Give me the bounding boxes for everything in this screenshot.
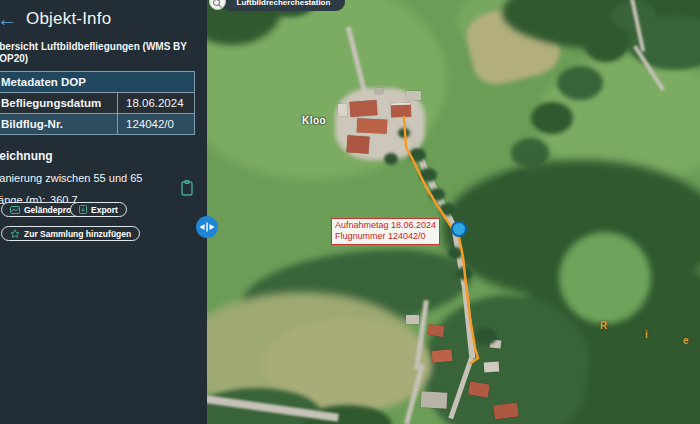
export-button[interactable]: Export (70, 202, 127, 217)
layer-subtitle-line1: Übersicht Luftbildbefliegungen (WMS BY (0, 41, 207, 53)
panel-resize-handle[interactable] (196, 216, 218, 238)
annotation-flight-number: Flugnummer 124042/0 (335, 231, 436, 242)
terrain-profile-icon (10, 206, 20, 214)
metadata-table: Metadaten DOP Befliegungsdatum 18.06.202… (0, 71, 195, 135)
layer-subtitle: Übersicht Luftbildbefliegungen (WMS BY D… (0, 41, 207, 65)
add-to-collection-button[interactable]: Zur Sammlung hinzufügen (1, 226, 140, 241)
table-row: Befliegungsdatum 18.06.2024 (0, 92, 195, 113)
flight-route-line[interactable] (207, 0, 700, 424)
row-label: Befliegungsdatum (0, 92, 118, 113)
star-icon (10, 229, 20, 239)
row-value: 124042/0 (118, 113, 195, 134)
app-window: Kloo R i e Aufnahmetag 18.06.2024 Flugnu… (0, 0, 700, 424)
add-to-collection-label: Zur Sammlung hinzufügen (24, 229, 131, 239)
annotation-date: Aufnahmetag 18.06.2024 (335, 220, 436, 231)
row-value: 18.06.2024 (118, 92, 195, 113)
export-label: Export (91, 205, 118, 215)
horizontal-resize-icon (199, 222, 215, 232)
copy-icon[interactable] (178, 179, 196, 197)
drawing-description: Sanierung zwischen 55 und 65 (0, 172, 207, 184)
export-icon (79, 205, 87, 214)
layer-subtitle-line2: DOP20) (0, 53, 207, 65)
object-info-panel: ← Objekt-Info Übersicht Luftbildbefliegu… (0, 0, 207, 424)
aerial-search-chip[interactable]: Luftbildrecherchestation (222, 0, 345, 11)
drawing-heading: Zeichnung (0, 149, 207, 163)
row-label: Bildflug-Nr. (0, 113, 118, 134)
map-canvas[interactable]: Kloo R i e Aufnahmetag 18.06.2024 Flugnu… (207, 0, 700, 424)
metadata-table-header: Metadaten DOP (0, 71, 195, 92)
search-icon (212, 0, 223, 9)
page-title: Objekt-Info (26, 9, 111, 29)
back-arrow-icon[interactable]: ← (0, 9, 17, 29)
panel-header: ← Objekt-Info (0, 0, 207, 34)
table-row-selected: Bildflug-Nr. 124042/0 (0, 113, 195, 134)
route-vertex-marker[interactable] (451, 221, 467, 237)
flight-annotation: Aufnahmetag 18.06.2024 Flugnummer 124042… (331, 218, 440, 245)
